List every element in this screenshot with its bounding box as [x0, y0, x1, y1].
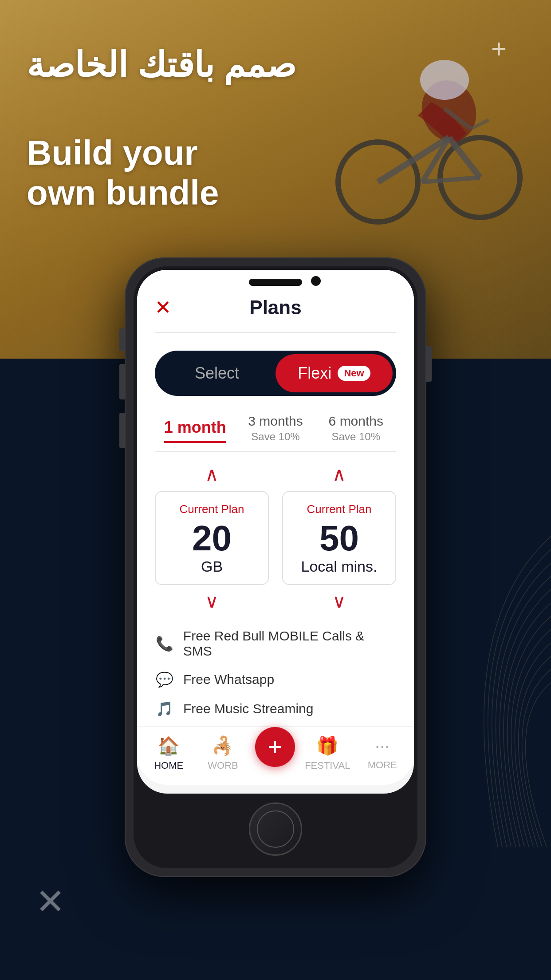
tab-1-month[interactable]: 1 month — [155, 418, 235, 451]
features-list: 📞 Free Red Bull MOBILE Calls & SMS 💬 Fre… — [137, 611, 414, 726]
phone-camera — [311, 276, 321, 286]
page-title: Plans — [249, 296, 301, 319]
nav-more[interactable]: ··· MORE — [360, 736, 405, 771]
volume-up-button — [119, 364, 125, 399]
arabic-heading: صمم باقتك الخاصة — [27, 44, 296, 86]
calls-text: Free Red Bull MOBILE Calls & SMS — [183, 628, 396, 659]
mins-value: 50 — [292, 521, 386, 556]
select-tab[interactable]: Select — [158, 354, 276, 392]
silent-switch — [119, 328, 125, 351]
nav-worb[interactable]: 🦂 WORB — [201, 735, 245, 771]
x-icon-decoration: ✕ — [35, 881, 65, 922]
feature-whatsapp: 💬 Free Whatsapp — [155, 671, 396, 688]
music-text: Free Music Streaming — [183, 701, 313, 716]
screen-content: ✕ Plans Select Flexi New — [137, 270, 414, 785]
plan-type-toggle: Select Flexi New — [155, 351, 396, 396]
phone-speaker — [249, 279, 302, 286]
phone-screen: ✕ Plans Select Flexi New — [137, 270, 414, 794]
tab-1-month-label: 1 month — [164, 418, 226, 443]
tab-6-months-label: 6 months — [316, 414, 396, 429]
tab-3-months-sub: Save 10% — [235, 431, 315, 443]
mins-plan-selector: ∧ Current Plan 50 Local mins. ∨ — [282, 465, 396, 611]
gb-plan-selector: ∧ Current Plan 20 GB ∨ — [155, 465, 269, 611]
plan-selectors: ∧ Current Plan 20 GB ∨ ∧ — [137, 452, 414, 611]
gb-decrease-button[interactable]: ∨ — [205, 592, 219, 611]
svg-line-7 — [422, 178, 480, 182]
mins-unit: Local mins. — [292, 558, 386, 575]
mins-plan-box: Current Plan 50 Local mins. — [282, 491, 396, 585]
power-button — [426, 346, 432, 382]
gb-plan-box: Current Plan 20 GB — [155, 491, 269, 585]
feature-calls-sms: 📞 Free Red Bull MOBILE Calls & SMS — [155, 628, 396, 659]
music-icon: 🎵 — [155, 700, 174, 717]
close-button[interactable]: ✕ — [155, 298, 171, 317]
gb-current-plan-label: Current Plan — [165, 502, 259, 516]
home-button[interactable] — [249, 802, 302, 856]
phone-device: ✕ Plans Select Flexi New — [125, 257, 426, 877]
mins-current-plan-label: Current Plan — [292, 502, 386, 516]
nav-home[interactable]: 🏠 HOME — [146, 735, 191, 771]
home-icon: 🏠 — [157, 735, 180, 756]
new-badge: New — [338, 366, 370, 381]
mins-increase-button[interactable]: ∧ — [332, 465, 346, 484]
worb-label: WORB — [208, 760, 238, 771]
flexi-tab[interactable]: Flexi New — [276, 354, 393, 392]
volume-down-button — [119, 413, 125, 448]
header-divider — [155, 332, 396, 333]
english-heading: Build your own bundle — [27, 133, 219, 213]
home-label: HOME — [154, 760, 183, 771]
tab-3-months[interactable]: 3 months Save 10% — [235, 414, 315, 451]
more-label: MORE — [368, 759, 397, 771]
whatsapp-icon: 💬 — [155, 671, 174, 688]
gb-unit: GB — [165, 558, 259, 575]
bottom-navigation: 🏠 HOME 🦂 WORB + 🎁 FESTIVAL — [137, 726, 414, 785]
plus-icon-decoration: + — [491, 36, 507, 62]
worb-icon: 🦂 — [212, 735, 234, 756]
nav-plus-button[interactable]: + — [255, 727, 295, 767]
gb-increase-button[interactable]: ∧ — [205, 465, 219, 484]
whatsapp-text: Free Whatsapp — [183, 672, 274, 687]
tab-6-months-sub: Save 10% — [316, 431, 396, 443]
festival-icon: 🎁 — [316, 735, 338, 756]
svg-point-1 — [420, 60, 469, 100]
cyclist-image — [280, 22, 524, 244]
tab-6-months[interactable]: 6 months Save 10% — [316, 414, 396, 451]
feature-music: 🎵 Free Music Streaming — [155, 700, 396, 717]
nav-festival[interactable]: 🎁 FESTIVAL — [305, 735, 350, 771]
tab-3-months-label: 3 months — [235, 414, 315, 429]
festival-label: FESTIVAL — [305, 760, 350, 771]
mins-decrease-button[interactable]: ∨ — [332, 592, 346, 611]
calls-icon: 📞 — [155, 635, 174, 652]
more-icon: ··· — [375, 736, 390, 756]
duration-tabs: 1 month 3 months Save 10% 6 months Save … — [137, 409, 414, 451]
gb-value: 20 — [165, 521, 259, 556]
